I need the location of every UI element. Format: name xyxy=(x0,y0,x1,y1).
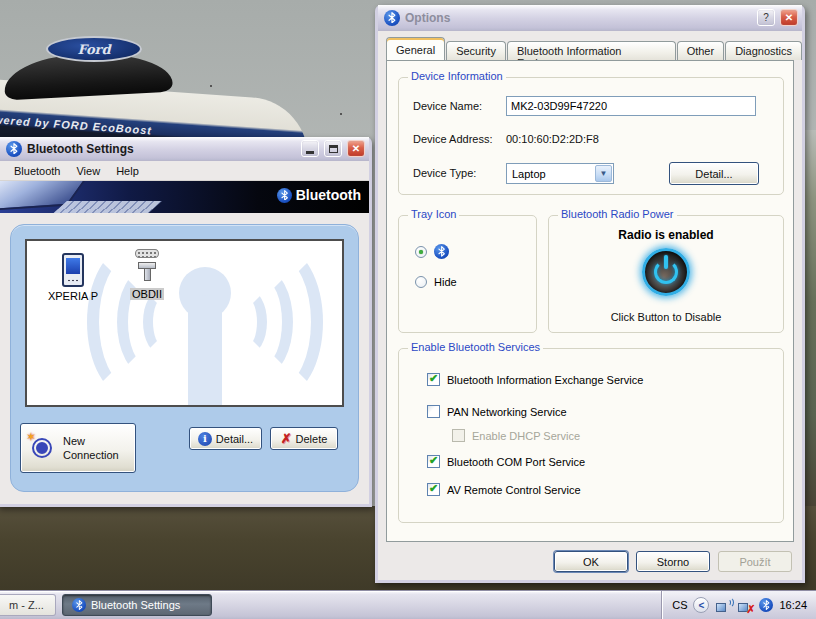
tray-collapse-chevron-icon[interactable]: < xyxy=(693,597,709,613)
device-address-label: Device Address: xyxy=(413,133,492,145)
device-name-selected[interactable]: OBDII xyxy=(130,288,164,300)
device-xperia[interactable]: XPERIA P xyxy=(41,253,105,302)
group-legend: Device Information xyxy=(408,70,506,82)
tray-show-option[interactable] xyxy=(415,244,449,259)
device-obdii[interactable]: OBDII xyxy=(115,249,179,300)
new-connection-icon: ✶ xyxy=(29,435,55,461)
tab-bluetooth-information-exchanger[interactable]: Bluetooth Information Exchanger xyxy=(507,41,676,60)
options-tabs: General Security Bluetooth Information E… xyxy=(386,41,802,61)
device-type-select[interactable]: Laptop ▼ xyxy=(506,163,614,184)
device-name[interactable]: XPERIA P xyxy=(46,290,100,302)
tab-general[interactable]: General xyxy=(386,37,445,60)
options-titlebar[interactable]: Options ? ✕ xyxy=(378,5,802,31)
radio-selected[interactable] xyxy=(415,246,427,258)
bluetooth-banner: Bluetooth xyxy=(0,181,369,213)
detail-button[interactable]: i Detail... xyxy=(189,427,262,450)
service-info-exchange[interactable]: Bluetooth Information Exchange Service xyxy=(427,373,643,386)
bluetooth-icon xyxy=(72,598,86,612)
service-dhcp: Enable DHCP Service xyxy=(452,429,580,442)
close-button[interactable]: ✕ xyxy=(347,140,365,157)
device-panel: XPERIA P OBDII ✶ New Connection i xyxy=(10,224,359,492)
device-list-area[interactable]: XPERIA P OBDII xyxy=(25,239,344,407)
dialog-buttons: OK Storno Použít xyxy=(554,551,792,572)
tab-security[interactable]: Security xyxy=(446,41,506,60)
ok-button[interactable]: OK xyxy=(554,551,628,572)
checkbox-unchecked[interactable] xyxy=(427,405,440,418)
hide-label[interactable]: Hide xyxy=(434,276,457,288)
options-dialog: Options ? ✕ General Security Bluetooth I… xyxy=(375,5,805,583)
bluetooth-radio-power-group: Bluetooth Radio Power Radio is enabled C… xyxy=(548,215,784,333)
bluetooth-logo-icon xyxy=(277,188,292,203)
taskbar-item-label: Bluetooth Settings xyxy=(91,599,180,611)
service-av-remote[interactable]: AV Remote Control Service xyxy=(427,483,581,496)
checkbox-disabled xyxy=(452,429,465,442)
bts-button-row: ✶ New Connection i Detail... ✗ Delete xyxy=(11,421,358,481)
device-type-value: Laptop xyxy=(507,168,594,180)
trees-background xyxy=(804,130,816,510)
menu-view[interactable]: View xyxy=(68,163,108,179)
tab-other[interactable]: Other xyxy=(677,41,725,60)
bluetooth-tray-icon[interactable] xyxy=(759,598,773,612)
network-disconnected-icon[interactable]: ✗ xyxy=(737,599,753,612)
taskbar-item-partial[interactable]: m - Z... xyxy=(0,594,56,616)
device-detail-button[interactable]: Detail... xyxy=(669,162,759,185)
tray-hide-option[interactable]: Hide xyxy=(415,276,457,288)
checkbox-checked[interactable] xyxy=(427,455,440,468)
power-button[interactable] xyxy=(642,248,690,296)
service-label[interactable]: PAN Networking Service xyxy=(447,406,567,418)
service-label: Enable DHCP Service xyxy=(472,430,580,442)
bluetooth-icon xyxy=(384,10,400,26)
device-type-label: Device Type: xyxy=(413,167,476,179)
network-signal-icon[interactable] xyxy=(715,599,731,612)
bluetooth-tray-icon xyxy=(434,244,449,259)
checkbox-checked[interactable] xyxy=(427,373,440,386)
delete-x-icon: ✗ xyxy=(281,431,292,446)
device-name-label: Device Name: xyxy=(413,100,482,112)
help-button[interactable]: ? xyxy=(757,9,775,26)
bts-body: XPERIA P OBDII ✶ New Connection i xyxy=(0,213,369,504)
phone-icon xyxy=(62,253,84,287)
clock[interactable]: 16:24 xyxy=(779,599,807,611)
maximize-button[interactable] xyxy=(324,140,342,157)
ford-car-photo: wered by FORD EcoBoost Ford xyxy=(0,28,380,140)
group-legend: Enable Bluetooth Services xyxy=(408,341,543,353)
group-legend: Bluetooth Radio Power xyxy=(558,208,677,220)
tab-diagnostics[interactable]: Diagnostics xyxy=(725,41,802,60)
service-com-port[interactable]: Bluetooth COM Port Service xyxy=(427,455,585,468)
chevron-down-icon[interactable]: ▼ xyxy=(595,165,612,182)
service-pan-networking[interactable]: PAN Networking Service xyxy=(427,405,567,418)
device-name-input[interactable] xyxy=(506,96,756,116)
enable-services-group: Enable Bluetooth Services Bluetooth Info… xyxy=(398,348,784,523)
radio-unselected[interactable] xyxy=(415,276,427,288)
bluetooth-icon xyxy=(6,141,22,157)
serial-connector-icon xyxy=(135,249,159,285)
delete-button[interactable]: ✗ Delete xyxy=(270,427,338,450)
close-button[interactable]: ✕ xyxy=(780,9,798,26)
minimize-icon xyxy=(306,151,314,154)
checkbox-checked[interactable] xyxy=(427,483,440,496)
bluetooth-logo-text: Bluetooth xyxy=(296,187,361,203)
taskbar: m - Z... Bluetooth Settings CS < ✗ 16:24 xyxy=(0,590,816,619)
device-address-value: 00:10:60:D2:2D:F8 xyxy=(506,133,599,145)
info-icon: i xyxy=(198,432,212,446)
cancel-button[interactable]: Storno xyxy=(636,551,710,572)
bts-titlebar[interactable]: Bluetooth Settings ✕ xyxy=(0,137,369,161)
taskbar-item-bluetooth-settings[interactable]: Bluetooth Settings xyxy=(62,594,212,616)
menu-bluetooth[interactable]: Bluetooth xyxy=(6,163,68,179)
service-label[interactable]: Bluetooth Information Exchange Service xyxy=(447,374,643,386)
power-hint-text: Click Button to Disable xyxy=(549,311,783,323)
bts-menubar: Bluetooth View Help xyxy=(0,161,369,181)
menu-help[interactable]: Help xyxy=(108,163,147,179)
dialog-title: Options xyxy=(405,11,752,25)
service-label[interactable]: AV Remote Control Service xyxy=(447,484,581,496)
detail-label: Detail... xyxy=(216,433,253,445)
bluetooth-settings-window: Bluetooth Settings ✕ Bluetooth View Help… xyxy=(0,137,372,507)
device-information-group: Device Information Device Name: Device A… xyxy=(398,77,784,195)
laptop-keyboard-image xyxy=(49,201,162,213)
delete-label: Delete xyxy=(296,433,328,445)
language-indicator[interactable]: CS xyxy=(672,599,687,611)
new-connection-button[interactable]: ✶ New Connection xyxy=(20,423,136,473)
minimize-button[interactable] xyxy=(301,140,319,157)
service-label[interactable]: Bluetooth COM Port Service xyxy=(447,456,585,468)
apply-button[interactable]: Použít xyxy=(718,551,792,572)
